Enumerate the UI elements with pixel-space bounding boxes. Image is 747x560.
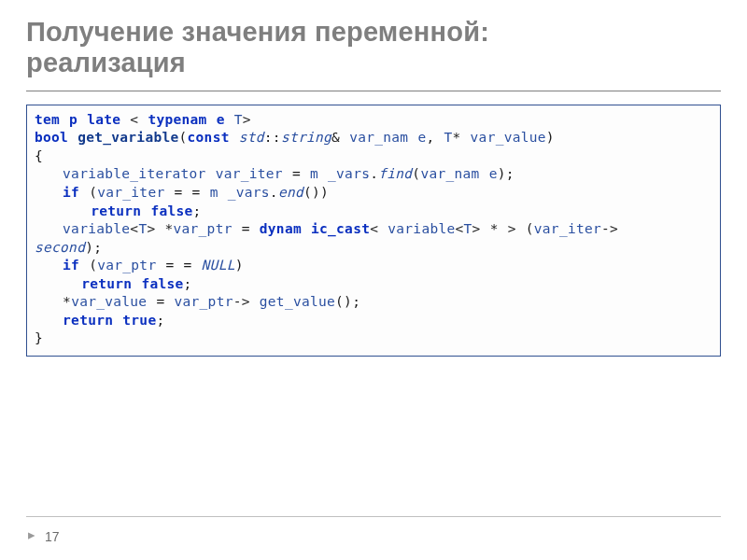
brace-open: { xyxy=(35,148,43,163)
title-line1: Получение значения переменной: xyxy=(26,17,489,47)
id-find: find xyxy=(378,166,412,181)
page-arrow-icon: ▸ xyxy=(28,526,35,543)
id-variter: var_iter xyxy=(216,166,283,181)
kw-bool: bool xyxy=(35,130,68,145)
code-block: tem p late < typenam e T> bool get_varia… xyxy=(26,105,721,357)
id-mvars2: m _vars xyxy=(210,185,270,200)
id-std: std xyxy=(239,130,264,145)
lit-false1: false xyxy=(150,203,192,218)
id-mvars: m _vars xyxy=(310,166,370,181)
slide-title: Получение значения переменной: реализаци… xyxy=(26,17,721,83)
id-varname: var_nam e xyxy=(349,130,426,145)
id-variter3: var_iter xyxy=(534,221,601,236)
id-getvalue: get_value xyxy=(260,294,335,309)
lit-true: true xyxy=(122,313,156,328)
id-varptr3: var_ptr xyxy=(175,294,233,309)
id-variter2: var_iter xyxy=(97,185,164,200)
kw-return2: return xyxy=(81,276,132,291)
id-varname2: var_nam e xyxy=(420,166,497,181)
type-T2: T xyxy=(444,130,452,145)
id-null: NULL xyxy=(202,258,235,273)
brace-close: } xyxy=(35,330,43,345)
type-T: T xyxy=(234,112,243,127)
id-variable: variable xyxy=(63,221,130,236)
kw-typename: typenam e xyxy=(148,112,224,127)
id-end: end xyxy=(278,185,303,200)
kw-return3: return xyxy=(63,313,113,328)
id-varptr: var_ptr xyxy=(174,221,233,236)
kw-template: tem p late xyxy=(35,112,120,127)
kw-dyncast: dynam ic_cast xyxy=(260,221,370,236)
lit-false2: false xyxy=(141,276,183,291)
id-varvalue2: var_value xyxy=(71,294,147,309)
id-second: second xyxy=(35,240,85,255)
title-line2: реализация xyxy=(26,48,186,77)
page-number: 17 xyxy=(45,529,60,544)
kw-const: const xyxy=(188,130,230,145)
id-varit-type: variable_iterator xyxy=(63,166,206,181)
kw-if2: if xyxy=(63,258,79,273)
title-underline xyxy=(26,91,721,91)
footer-rule xyxy=(26,516,721,517)
kw-return1: return xyxy=(91,203,141,218)
id-varptr2: var_ptr xyxy=(97,258,156,273)
fn-get-variable: get_variable xyxy=(78,130,178,145)
kw-if1: if xyxy=(63,185,79,200)
id-varvalue: var_value xyxy=(471,130,546,145)
id-string: string xyxy=(281,130,331,145)
